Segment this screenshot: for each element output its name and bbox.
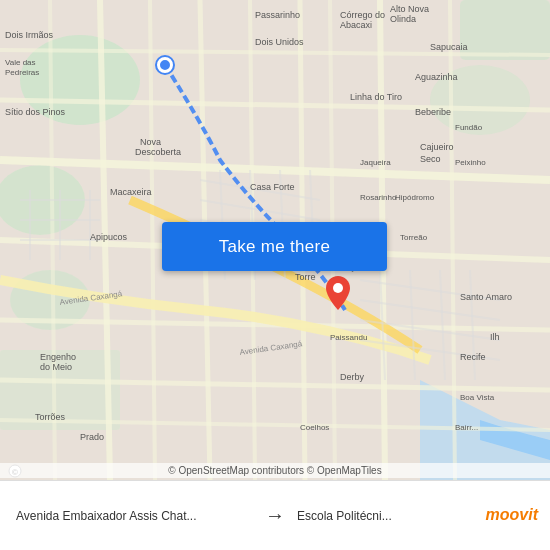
svg-text:Torre: Torre <box>295 272 316 282</box>
origin-marker <box>157 57 173 73</box>
svg-text:Paissandu: Paissandu <box>330 333 367 342</box>
svg-text:Beberibe: Beberibe <box>415 107 451 117</box>
svg-text:Torrões: Torrões <box>35 412 66 422</box>
svg-text:Sítio dos Pinos: Sítio dos Pinos <box>5 107 66 117</box>
route-arrow-icon: → <box>265 504 285 527</box>
svg-text:Córrego do: Córrego do <box>340 10 385 20</box>
svg-text:Rosarinho: Rosarinho <box>360 193 397 202</box>
map-container: Córrego do Abacaxi Alto Nova Olinda Sapu… <box>0 0 550 480</box>
bottom-bar: Avenida Embaixador Assis Chat... → Escol… <box>0 480 550 550</box>
svg-text:Macaxeira: Macaxeira <box>110 187 152 197</box>
svg-text:Passarinho: Passarinho <box>255 10 300 20</box>
svg-text:Linha do Tiro: Linha do Tiro <box>350 92 402 102</box>
take-me-there-button[interactable]: Take me there <box>162 222 387 271</box>
route-origin: Avenida Embaixador Assis Chat... <box>16 509 253 523</box>
svg-text:Abacaxi: Abacaxi <box>340 20 372 30</box>
svg-text:Santo Amaro: Santo Amaro <box>460 292 512 302</box>
svg-text:Sapucaia: Sapucaia <box>430 42 468 52</box>
svg-text:Descoberta: Descoberta <box>135 147 181 157</box>
svg-text:Nova: Nova <box>140 137 161 147</box>
svg-text:Apipucos: Apipucos <box>90 232 128 242</box>
svg-text:Coelhos: Coelhos <box>300 423 329 432</box>
svg-text:Dois Unidos: Dois Unidos <box>255 37 304 47</box>
svg-text:Prado: Prado <box>80 432 104 442</box>
svg-point-92 <box>333 283 343 293</box>
svg-text:Boa Vista: Boa Vista <box>460 393 495 402</box>
svg-text:Torreão: Torreão <box>400 233 428 242</box>
svg-text:Aguazinha: Aguazinha <box>415 72 458 82</box>
svg-text:Peixinho: Peixinho <box>455 158 486 167</box>
svg-text:Engenho: Engenho <box>40 352 76 362</box>
svg-text:Bairr...: Bairr... <box>455 423 478 432</box>
svg-text:Seco: Seco <box>420 154 441 164</box>
svg-text:do Meio: do Meio <box>40 362 72 372</box>
map-attribution: © OpenStreetMap contributors © OpenMapTi… <box>0 463 550 478</box>
svg-text:Cajueiro: Cajueiro <box>420 142 454 152</box>
moovit-logo: moovit <box>450 480 550 550</box>
svg-text:Recife: Recife <box>460 352 486 362</box>
svg-text:Olinda: Olinda <box>390 14 416 24</box>
svg-text:Ilh: Ilh <box>490 332 500 342</box>
svg-text:Vale das: Vale das <box>5 58 36 67</box>
svg-text:Derby: Derby <box>340 372 365 382</box>
svg-text:Jaqueira: Jaqueira <box>360 158 391 167</box>
svg-text:Fundão: Fundão <box>455 123 483 132</box>
svg-rect-4 <box>460 0 550 60</box>
svg-text:Casa Forte: Casa Forte <box>250 182 295 192</box>
svg-text:Hipódromo: Hipódromo <box>395 193 435 202</box>
svg-text:Pedreiras: Pedreiras <box>5 68 39 77</box>
moovit-brand: moovit <box>486 506 538 524</box>
svg-text:Alto Nova: Alto Nova <box>390 4 429 14</box>
svg-text:Dois Irmãos: Dois Irmãos <box>5 30 54 40</box>
